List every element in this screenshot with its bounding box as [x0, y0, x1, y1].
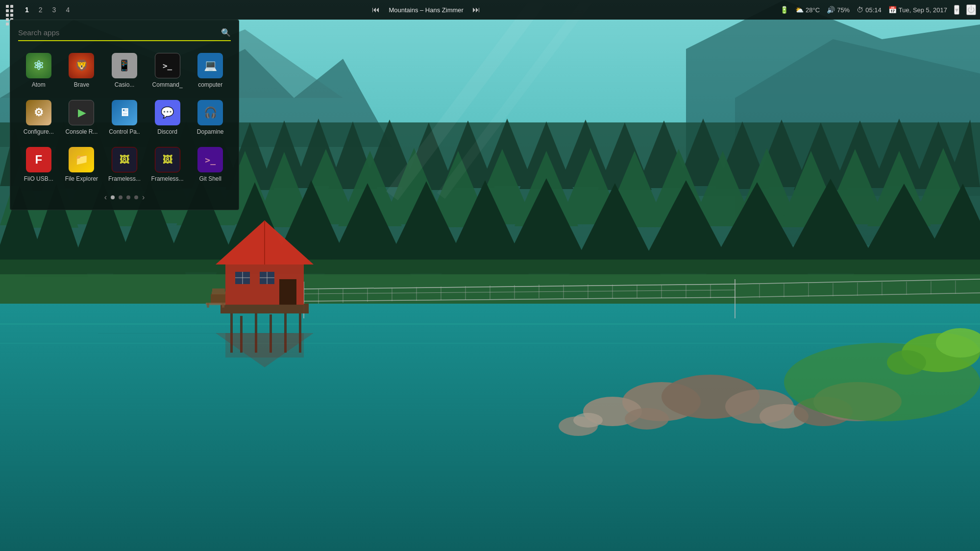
svg-rect-138	[225, 333, 304, 358]
calendar-icon: 📅	[888, 6, 897, 14]
svg-rect-77	[0, 323, 980, 325]
time-display: 05:14	[865, 6, 882, 14]
svg-rect-80	[343, 340, 637, 341]
search-button[interactable]: 🔍	[221, 28, 231, 37]
app-item-computer[interactable]: 💻computer	[190, 49, 231, 92]
app-icon-fiio: F	[26, 147, 51, 172]
app-icon-atom: ⚛	[26, 53, 51, 78]
app-label-atom: Atom	[32, 81, 46, 88]
media-prev-button[interactable]: ⏮	[369, 4, 383, 15]
svg-point-152	[887, 350, 926, 375]
app-label-discord: Discord	[157, 128, 177, 135]
workspace-4[interactable]: 4	[63, 5, 72, 15]
svg-point-144	[625, 408, 669, 430]
app-item-brave[interactable]: 🦁Brave	[61, 49, 102, 92]
app-item-fileexp[interactable]: 📁File Explorer	[61, 143, 102, 186]
weather-icon: ⛅	[795, 6, 804, 14]
taskbar-right: 🔋 ⛅ 28°C 🔊 75% ⏱ 05:14 📅 Tue, Sep 5, 201…	[780, 4, 976, 15]
taskbar: 1 2 3 4 ⏮ Mountains – Hans Zimmer ⏭ 🔋 ⛅ …	[0, 0, 980, 20]
app-item-discord[interactable]: 💬Discord	[147, 96, 188, 139]
app-label-console: Console R...	[65, 128, 98, 135]
apps-grid-icon[interactable]	[4, 3, 18, 17]
app-item-controlpa[interactable]: 🖥Control Pa..	[104, 96, 145, 139]
app-label-fileexp: File Explorer	[65, 175, 98, 182]
app-label-gitshell: Git Shell	[199, 175, 221, 182]
app-label-dopamine: Dopamine	[197, 128, 224, 135]
volume-level: 75%	[837, 6, 850, 14]
page-prev-button[interactable]: ‹	[104, 193, 107, 202]
app-label-configure: Configure...	[24, 128, 54, 135]
page-dot-1[interactable]	[111, 195, 115, 199]
svg-rect-128	[279, 279, 296, 305]
battery-status: 🔋	[780, 6, 788, 14]
app-icon-console: ▶	[69, 100, 94, 125]
app-icon-discord: 💬	[155, 100, 180, 125]
app-item-console[interactable]: ▶Console R...	[61, 96, 102, 139]
clock-icon: ⏱	[857, 6, 863, 14]
app-label-frameless2: Frameless...	[151, 175, 184, 182]
app-label-command: Command_	[152, 81, 183, 88]
svg-point-148	[573, 413, 603, 428]
app-grid: ⚛Atom🦁Brave📱Casio...>_Command_💻computer⚙…	[18, 49, 231, 186]
song-title: Mountains – Hans Zimmer	[389, 6, 463, 14]
app-label-frameless1: Frameless...	[108, 175, 141, 182]
volume-icon: 🔊	[827, 6, 835, 14]
app-item-command[interactable]: >_Command_	[147, 49, 188, 92]
app-label-controlpa: Control Pa..	[109, 128, 140, 135]
battery-icon: 🔋	[780, 6, 788, 14]
workspace-1[interactable]: 1	[23, 5, 31, 15]
page-next-button[interactable]: ›	[142, 193, 145, 202]
media-controls: ⏮ Mountains – Hans Zimmer ⏭	[72, 4, 780, 15]
app-label-computer: computer	[198, 81, 222, 88]
clock-status: ⏱ 05:14	[857, 6, 882, 14]
app-item-frameless1[interactable]: 🖼Frameless...	[104, 143, 145, 186]
app-item-fiio[interactable]: FFiiO USB...	[18, 143, 59, 186]
svg-rect-132	[212, 291, 225, 294]
workspace-2[interactable]: 2	[36, 5, 45, 15]
app-icon-frameless2: 🖼	[155, 147, 180, 172]
app-item-frameless2[interactable]: 🖼Frameless...	[147, 143, 188, 186]
dropdown-button[interactable]: ▾	[954, 5, 959, 15]
media-next-button[interactable]: ⏭	[469, 4, 483, 15]
app-item-casio[interactable]: 📱Casio...	[104, 49, 145, 92]
temperature: 28°C	[806, 6, 820, 14]
power-button[interactable]: ⏻	[966, 4, 976, 15]
svg-rect-78	[0, 343, 980, 344]
weather-status: ⛅ 28°C	[795, 6, 820, 14]
app-item-atom[interactable]: ⚛Atom	[18, 49, 59, 92]
app-label-brave: Brave	[74, 81, 89, 88]
app-item-gitshell[interactable]: >_Git Shell	[190, 143, 231, 186]
calendar-status: 📅 Tue, Sep 5, 2017	[888, 6, 947, 14]
taskbar-left: 1 2 3 4	[4, 3, 72, 17]
app-label-fiio: FiiO USB...	[24, 175, 53, 182]
app-icon-configure: ⚙	[26, 100, 51, 125]
page-dot-3[interactable]	[126, 195, 130, 199]
app-icon-dopamine: 🎧	[197, 100, 223, 125]
svg-rect-120	[220, 304, 309, 313]
svg-rect-131	[211, 294, 225, 304]
search-bar: 🔍	[18, 28, 231, 41]
app-label-casio: Casio...	[115, 81, 135, 88]
svg-rect-133	[212, 288, 225, 291]
date-display: Tue, Sep 5, 2017	[899, 6, 947, 14]
app-icon-brave: 🦁	[69, 53, 94, 78]
app-icon-frameless1: 🖼	[112, 147, 137, 172]
app-item-configure[interactable]: ⚙Configure...	[18, 96, 59, 139]
page-dot-2[interactable]	[119, 195, 122, 199]
workspace-3[interactable]: 3	[50, 5, 59, 15]
pagination: ‹ ›	[18, 193, 231, 202]
app-item-dopamine[interactable]: 🎧Dopamine	[190, 96, 231, 139]
app-launcher: 🔍 ⚛Atom🦁Brave📱Casio...>_Command_💻compute…	[10, 20, 239, 210]
svg-rect-136	[222, 303, 224, 308]
volume-status[interactable]: 🔊 75%	[827, 6, 850, 14]
app-icon-computer: 💻	[197, 53, 223, 78]
app-icon-gitshell: >_	[197, 147, 223, 172]
app-icon-casio: 📱	[112, 53, 137, 78]
svg-rect-135	[207, 303, 209, 308]
app-icon-fileexp: 📁	[69, 147, 94, 172]
page-dot-4[interactable]	[134, 195, 138, 199]
app-icon-command: >_	[155, 53, 180, 78]
app-icon-controlpa: 🖥	[112, 100, 137, 125]
search-input[interactable]	[18, 28, 221, 37]
